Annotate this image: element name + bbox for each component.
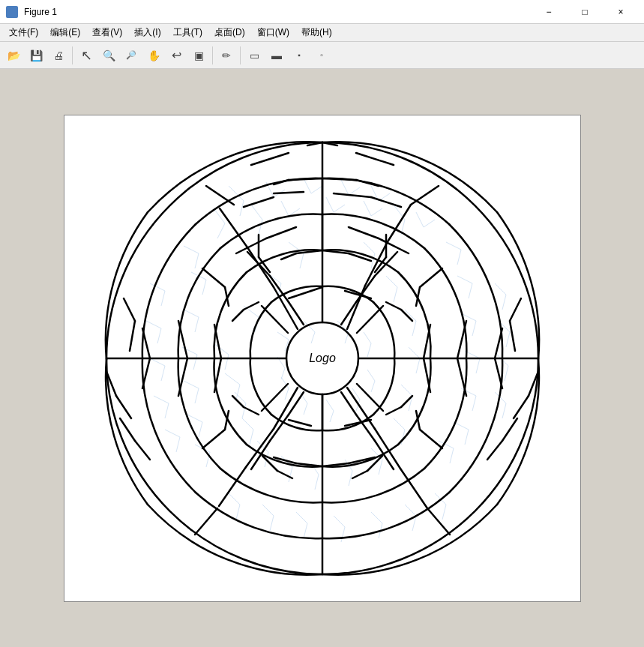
maximize-button[interactable]: □ [568, 1, 602, 22]
figure-area: Logo [0, 69, 644, 647]
rect2-button[interactable]: ▬ [266, 45, 287, 66]
menu-file[interactable]: 文件(F) [3, 25, 44, 40]
print-button[interactable]: 🖨 [48, 45, 69, 66]
maze-svg: Logo [79, 126, 566, 591]
minimize-button[interactable]: − [532, 1, 566, 22]
titlebar: Figure 1 − □ × [0, 0, 644, 24]
close-button[interactable]: × [604, 1, 638, 22]
toolbar: 📂 💾 🖨 ↖ 🔍 🔎 ✋ ↩ ▣ ✏ ▭ ▬ ▪ ▫ [0, 42, 644, 69]
arrow-tool-button[interactable]: ↖ [76, 45, 97, 66]
rect3-button[interactable]: ▪ [289, 45, 310, 66]
window-title: Figure 1 [24, 7, 526, 17]
menubar: 文件(F) 编辑(E) 查看(V) 插入(I) 工具(T) 桌面(D) 窗口(W… [0, 24, 644, 42]
rect1-button[interactable]: ▭ [244, 45, 265, 66]
brush-button[interactable]: ✏ [216, 45, 237, 66]
menu-window[interactable]: 窗口(W) [251, 25, 295, 40]
select-button[interactable]: ▣ [188, 45, 209, 66]
menu-tools[interactable]: 工具(T) [167, 25, 208, 40]
rotate-button[interactable]: ↩ [166, 45, 187, 66]
rect4-button[interactable]: ▫ [311, 45, 332, 66]
menu-edit[interactable]: 编辑(E) [44, 25, 86, 40]
canvas-container: Logo [64, 115, 581, 602]
pan-button[interactable]: ✋ [143, 45, 164, 66]
toolbar-sep-3 [240, 46, 241, 64]
menu-insert[interactable]: 插入(I) [128, 25, 166, 40]
window-controls: − □ × [532, 1, 638, 22]
zoom-in-button[interactable]: 🔍 [98, 45, 119, 66]
save-button[interactable]: 💾 [25, 45, 46, 66]
open-button[interactable]: 📂 [3, 45, 24, 66]
toolbar-sep-2 [212, 46, 213, 64]
menu-view[interactable]: 查看(V) [86, 25, 128, 40]
toolbar-sep-1 [72, 46, 73, 64]
menu-help[interactable]: 帮助(H) [295, 25, 338, 40]
zoom-out-button[interactable]: 🔎 [121, 45, 142, 66]
menu-desktop[interactable]: 桌面(D) [208, 25, 251, 40]
app-icon [6, 6, 18, 18]
logo-text: Logo [309, 352, 336, 364]
